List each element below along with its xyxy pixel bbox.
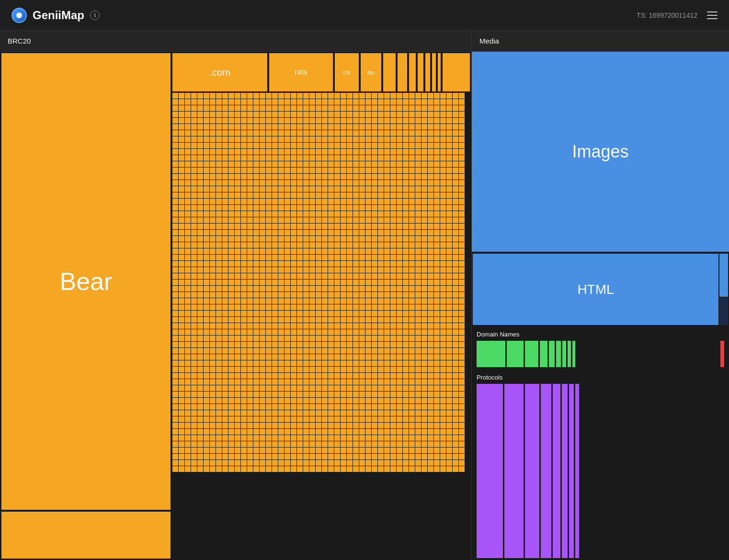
grid-cell[interactable] — [365, 392, 371, 397]
grid-cell[interactable] — [204, 348, 209, 354]
grid-cell[interactable] — [403, 423, 409, 428]
grid-cell[interactable] — [397, 149, 402, 155]
grid-cell[interactable] — [266, 323, 272, 329]
grid-cell[interactable] — [428, 199, 433, 204]
grid-cell[interactable] — [285, 286, 290, 291]
grid-cell[interactable] — [204, 410, 209, 416]
grid-cell[interactable] — [378, 466, 384, 472]
grid-cell[interactable] — [390, 105, 396, 111]
grid-cell[interactable] — [253, 392, 259, 397]
grid-cell[interactable] — [440, 211, 446, 217]
grid-cell[interactable] — [297, 385, 303, 391]
grid-cell[interactable] — [285, 230, 290, 235]
grid-cell[interactable] — [197, 136, 203, 142]
grid-cell[interactable] — [272, 423, 278, 428]
grid-cell[interactable] — [428, 273, 433, 279]
grid-cell[interactable] — [397, 124, 402, 130]
small-cell-8[interactable] — [442, 53, 470, 92]
grid-cell[interactable] — [440, 199, 446, 204]
grid-cell[interactable] — [409, 410, 415, 416]
grid-cell[interactable] — [328, 342, 334, 347]
grid-cell[interactable] — [415, 124, 421, 130]
grid-cell[interactable] — [303, 466, 309, 472]
grid-cell[interactable] — [415, 180, 421, 186]
grid-cell[interactable] — [216, 448, 222, 453]
grid-cell[interactable] — [434, 280, 440, 285]
grid-cell[interactable] — [390, 392, 396, 397]
grid-cell[interactable] — [409, 323, 415, 329]
grid-cell[interactable] — [204, 429, 209, 435]
grid-cell[interactable] — [415, 273, 421, 279]
grid-cell[interactable] — [378, 93, 384, 99]
grid-cell[interactable] — [378, 317, 384, 323]
grid-cell[interactable] — [421, 448, 427, 453]
grid-cell[interactable] — [291, 143, 296, 148]
grid-cell[interactable] — [247, 174, 253, 179]
grid-cell[interactable] — [247, 112, 253, 117]
grid-cell[interactable] — [316, 118, 321, 123]
grid-cell[interactable] — [222, 292, 228, 298]
grid-cell[interactable] — [347, 435, 353, 441]
grid-cell[interactable] — [216, 441, 222, 447]
grid-cell[interactable] — [353, 392, 359, 397]
grid-cell[interactable] — [179, 155, 184, 161]
grid-cell[interactable] — [247, 273, 253, 279]
grid-cell[interactable] — [415, 379, 421, 385]
grid-cell[interactable] — [285, 441, 290, 447]
grid-cell[interactable] — [403, 224, 409, 229]
grid-cell[interactable] — [415, 448, 421, 453]
grid-cell[interactable] — [459, 460, 465, 466]
grid-cell[interactable] — [347, 242, 353, 248]
grid-cell[interactable] — [409, 99, 415, 105]
grid-cell[interactable] — [266, 379, 272, 385]
grid-cell[interactable] — [428, 311, 433, 316]
grid-cell[interactable] — [179, 336, 184, 341]
grid-cell[interactable] — [197, 404, 203, 410]
grid-cell[interactable] — [372, 398, 377, 403]
grid-cell[interactable] — [253, 174, 259, 179]
grid-cell[interactable] — [272, 267, 278, 273]
grid-cell[interactable] — [191, 112, 197, 117]
grid-cell[interactable] — [172, 429, 178, 435]
grid-cell[interactable] — [210, 404, 216, 410]
grid-cell[interactable] — [247, 323, 253, 329]
grid-cell[interactable] — [266, 367, 272, 372]
grid-cell[interactable] — [347, 261, 353, 267]
grid-cell[interactable] — [409, 273, 415, 279]
grid-cell[interactable] — [172, 205, 178, 211]
grid-cell[interactable] — [278, 392, 284, 397]
grid-cell[interactable] — [409, 130, 415, 136]
grid-cell[interactable] — [185, 448, 191, 453]
grid-cell[interactable] — [446, 224, 452, 229]
grid-cell[interactable] — [390, 292, 396, 298]
grid-cell[interactable] — [210, 180, 216, 186]
grid-cell[interactable] — [353, 180, 359, 186]
grid-cell[interactable] — [260, 136, 265, 142]
grid-cell[interactable] — [272, 329, 278, 335]
grid-cell[interactable] — [253, 149, 259, 155]
grid-cell[interactable] — [247, 292, 253, 298]
grid-cell[interactable] — [440, 385, 446, 391]
grid-cell[interactable] — [272, 441, 278, 447]
grid-cell[interactable] — [303, 105, 309, 111]
grid-cell[interactable] — [359, 410, 365, 416]
grid-cell[interactable] — [197, 149, 203, 155]
grid-cell[interactable] — [434, 236, 440, 242]
grid-cell[interactable] — [297, 280, 303, 285]
grid-cell[interactable] — [428, 105, 433, 111]
domain-bar-5[interactable] — [549, 341, 555, 367]
grid-cell[interactable] — [347, 373, 353, 379]
grid-cell[interactable] — [384, 143, 390, 148]
grid-cell[interactable] — [303, 205, 309, 211]
grid-cell[interactable] — [397, 174, 402, 179]
grid-cell[interactable] — [179, 292, 184, 298]
grid-cell[interactable] — [303, 248, 309, 254]
grid-cell[interactable] — [172, 118, 178, 123]
grid-cell[interactable] — [397, 398, 402, 403]
grid-cell[interactable] — [316, 298, 321, 304]
grid-cell[interactable] — [278, 105, 284, 111]
grid-cell[interactable] — [216, 261, 222, 267]
grid-cell[interactable] — [272, 280, 278, 285]
domain-bar-1[interactable] — [477, 341, 505, 367]
grid-cell[interactable] — [210, 248, 216, 254]
